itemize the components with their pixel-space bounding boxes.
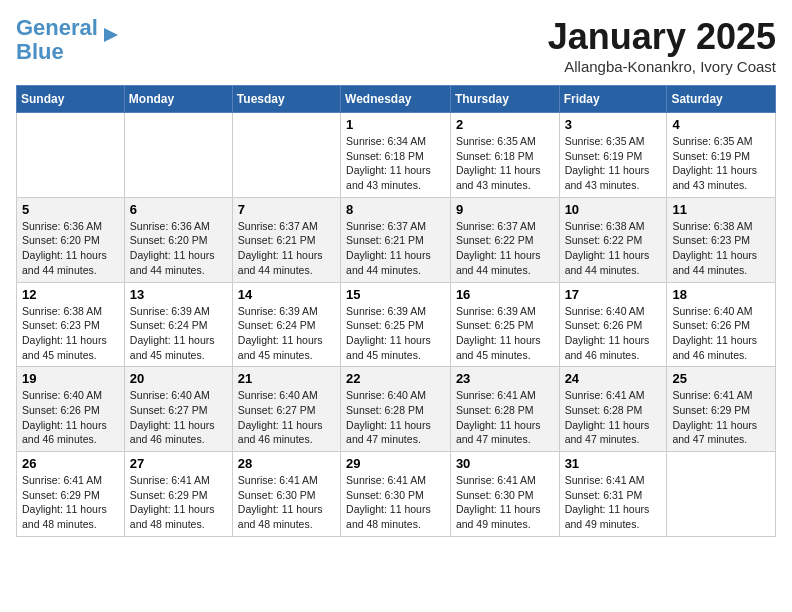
- day-info: Sunrise: 6:38 AM Sunset: 6:23 PM Dayligh…: [672, 219, 770, 278]
- day-number: 22: [346, 371, 445, 386]
- logo-general: General: [16, 15, 98, 40]
- calendar-cell: 14Sunrise: 6:39 AM Sunset: 6:24 PM Dayli…: [232, 282, 340, 367]
- day-number: 2: [456, 117, 554, 132]
- day-info: Sunrise: 6:41 AM Sunset: 6:29 PM Dayligh…: [130, 473, 227, 532]
- day-number: 19: [22, 371, 119, 386]
- day-number: 25: [672, 371, 770, 386]
- calendar-cell: 22Sunrise: 6:40 AM Sunset: 6:28 PM Dayli…: [341, 367, 451, 452]
- calendar-cell: 19Sunrise: 6:40 AM Sunset: 6:26 PM Dayli…: [17, 367, 125, 452]
- calendar-cell: 12Sunrise: 6:38 AM Sunset: 6:23 PM Dayli…: [17, 282, 125, 367]
- day-info: Sunrise: 6:40 AM Sunset: 6:27 PM Dayligh…: [238, 388, 335, 447]
- calendar-cell: 5Sunrise: 6:36 AM Sunset: 6:20 PM Daylig…: [17, 197, 125, 282]
- calendar-cell: [124, 113, 232, 198]
- calendar-cell: 3Sunrise: 6:35 AM Sunset: 6:19 PM Daylig…: [559, 113, 667, 198]
- weekday-header-monday: Monday: [124, 86, 232, 113]
- calendar-cell: 29Sunrise: 6:41 AM Sunset: 6:30 PM Dayli…: [341, 452, 451, 537]
- logo: General Blue: [16, 16, 122, 64]
- day-number: 13: [130, 287, 227, 302]
- calendar-cell: 13Sunrise: 6:39 AM Sunset: 6:24 PM Dayli…: [124, 282, 232, 367]
- calendar-cell: 20Sunrise: 6:40 AM Sunset: 6:27 PM Dayli…: [124, 367, 232, 452]
- day-number: 8: [346, 202, 445, 217]
- calendar-cell: [232, 113, 340, 198]
- day-info: Sunrise: 6:41 AM Sunset: 6:29 PM Dayligh…: [672, 388, 770, 447]
- calendar-cell: 17Sunrise: 6:40 AM Sunset: 6:26 PM Dayli…: [559, 282, 667, 367]
- weekday-header-sunday: Sunday: [17, 86, 125, 113]
- calendar-table: SundayMondayTuesdayWednesdayThursdayFrid…: [16, 85, 776, 537]
- day-number: 11: [672, 202, 770, 217]
- title-block: January 2025 Allangba-Konankro, Ivory Co…: [548, 16, 776, 75]
- calendar-cell: 9Sunrise: 6:37 AM Sunset: 6:22 PM Daylig…: [450, 197, 559, 282]
- calendar-cell: 2Sunrise: 6:35 AM Sunset: 6:18 PM Daylig…: [450, 113, 559, 198]
- day-number: 27: [130, 456, 227, 471]
- logo-blue: Blue: [16, 39, 64, 64]
- day-number: 6: [130, 202, 227, 217]
- day-number: 30: [456, 456, 554, 471]
- day-info: Sunrise: 6:40 AM Sunset: 6:26 PM Dayligh…: [565, 304, 662, 363]
- logo-text: General Blue: [16, 16, 98, 64]
- day-number: 15: [346, 287, 445, 302]
- day-info: Sunrise: 6:39 AM Sunset: 6:24 PM Dayligh…: [238, 304, 335, 363]
- calendar-cell: 25Sunrise: 6:41 AM Sunset: 6:29 PM Dayli…: [667, 367, 776, 452]
- day-info: Sunrise: 6:40 AM Sunset: 6:26 PM Dayligh…: [672, 304, 770, 363]
- calendar-cell: 26Sunrise: 6:41 AM Sunset: 6:29 PM Dayli…: [17, 452, 125, 537]
- weekday-header-tuesday: Tuesday: [232, 86, 340, 113]
- day-number: 31: [565, 456, 662, 471]
- day-info: Sunrise: 6:39 AM Sunset: 6:25 PM Dayligh…: [346, 304, 445, 363]
- day-number: 17: [565, 287, 662, 302]
- calendar-cell: 28Sunrise: 6:41 AM Sunset: 6:30 PM Dayli…: [232, 452, 340, 537]
- day-number: 1: [346, 117, 445, 132]
- calendar-cell: 7Sunrise: 6:37 AM Sunset: 6:21 PM Daylig…: [232, 197, 340, 282]
- day-number: 24: [565, 371, 662, 386]
- day-number: 4: [672, 117, 770, 132]
- day-info: Sunrise: 6:39 AM Sunset: 6:24 PM Dayligh…: [130, 304, 227, 363]
- day-info: Sunrise: 6:40 AM Sunset: 6:26 PM Dayligh…: [22, 388, 119, 447]
- day-info: Sunrise: 6:39 AM Sunset: 6:25 PM Dayligh…: [456, 304, 554, 363]
- weekday-header-friday: Friday: [559, 86, 667, 113]
- calendar-cell: 1Sunrise: 6:34 AM Sunset: 6:18 PM Daylig…: [341, 113, 451, 198]
- day-number: 12: [22, 287, 119, 302]
- calendar-cell: 10Sunrise: 6:38 AM Sunset: 6:22 PM Dayli…: [559, 197, 667, 282]
- day-info: Sunrise: 6:41 AM Sunset: 6:30 PM Dayligh…: [238, 473, 335, 532]
- day-info: Sunrise: 6:41 AM Sunset: 6:31 PM Dayligh…: [565, 473, 662, 532]
- calendar-cell: 31Sunrise: 6:41 AM Sunset: 6:31 PM Dayli…: [559, 452, 667, 537]
- calendar-cell: 8Sunrise: 6:37 AM Sunset: 6:21 PM Daylig…: [341, 197, 451, 282]
- weekday-header-wednesday: Wednesday: [341, 86, 451, 113]
- day-info: Sunrise: 6:40 AM Sunset: 6:28 PM Dayligh…: [346, 388, 445, 447]
- week-row-3: 12Sunrise: 6:38 AM Sunset: 6:23 PM Dayli…: [17, 282, 776, 367]
- day-number: 10: [565, 202, 662, 217]
- calendar-cell: 27Sunrise: 6:41 AM Sunset: 6:29 PM Dayli…: [124, 452, 232, 537]
- day-info: Sunrise: 6:35 AM Sunset: 6:18 PM Dayligh…: [456, 134, 554, 193]
- day-number: 18: [672, 287, 770, 302]
- calendar-cell: 30Sunrise: 6:41 AM Sunset: 6:30 PM Dayli…: [450, 452, 559, 537]
- calendar-cell: [17, 113, 125, 198]
- day-info: Sunrise: 6:41 AM Sunset: 6:28 PM Dayligh…: [565, 388, 662, 447]
- day-info: Sunrise: 6:34 AM Sunset: 6:18 PM Dayligh…: [346, 134, 445, 193]
- day-info: Sunrise: 6:40 AM Sunset: 6:27 PM Dayligh…: [130, 388, 227, 447]
- day-info: Sunrise: 6:37 AM Sunset: 6:22 PM Dayligh…: [456, 219, 554, 278]
- day-info: Sunrise: 6:35 AM Sunset: 6:19 PM Dayligh…: [672, 134, 770, 193]
- weekday-row: SundayMondayTuesdayWednesdayThursdayFrid…: [17, 86, 776, 113]
- day-number: 3: [565, 117, 662, 132]
- calendar-cell: 18Sunrise: 6:40 AM Sunset: 6:26 PM Dayli…: [667, 282, 776, 367]
- calendar-cell: 24Sunrise: 6:41 AM Sunset: 6:28 PM Dayli…: [559, 367, 667, 452]
- month-title: January 2025: [548, 16, 776, 58]
- svg-marker-0: [104, 28, 118, 42]
- day-number: 23: [456, 371, 554, 386]
- calendar-cell: 21Sunrise: 6:40 AM Sunset: 6:27 PM Dayli…: [232, 367, 340, 452]
- calendar-body: 1Sunrise: 6:34 AM Sunset: 6:18 PM Daylig…: [17, 113, 776, 537]
- day-number: 28: [238, 456, 335, 471]
- day-number: 16: [456, 287, 554, 302]
- day-number: 26: [22, 456, 119, 471]
- calendar-cell: 23Sunrise: 6:41 AM Sunset: 6:28 PM Dayli…: [450, 367, 559, 452]
- weekday-header-thursday: Thursday: [450, 86, 559, 113]
- day-number: 7: [238, 202, 335, 217]
- day-info: Sunrise: 6:41 AM Sunset: 6:30 PM Dayligh…: [456, 473, 554, 532]
- calendar-cell: 4Sunrise: 6:35 AM Sunset: 6:19 PM Daylig…: [667, 113, 776, 198]
- calendar-cell: 16Sunrise: 6:39 AM Sunset: 6:25 PM Dayli…: [450, 282, 559, 367]
- day-info: Sunrise: 6:38 AM Sunset: 6:22 PM Dayligh…: [565, 219, 662, 278]
- logo-arrow-icon: [100, 24, 122, 46]
- weekday-header-saturday: Saturday: [667, 86, 776, 113]
- day-info: Sunrise: 6:38 AM Sunset: 6:23 PM Dayligh…: [22, 304, 119, 363]
- week-row-4: 19Sunrise: 6:40 AM Sunset: 6:26 PM Dayli…: [17, 367, 776, 452]
- calendar-cell: 15Sunrise: 6:39 AM Sunset: 6:25 PM Dayli…: [341, 282, 451, 367]
